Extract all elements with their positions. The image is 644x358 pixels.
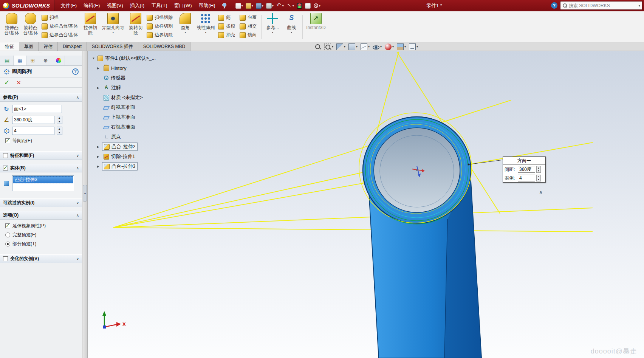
section-header-options[interactable]: 选项(O) ∧ <box>0 211 82 220</box>
open-button[interactable]: ▾ <box>245 3 254 9</box>
featuremanager-tab-tab[interactable]: ▤ <box>1 56 14 65</box>
apply-scene-button[interactable]: ▾ <box>397 43 406 50</box>
dropdown-caret-icon[interactable]: ▾ <box>380 45 382 48</box>
tree-item[interactable]: 前视基准面 <box>91 102 156 112</box>
option-radio[interactable] <box>5 242 10 246</box>
chevron-up-icon[interactable]: ∧ <box>76 213 79 217</box>
dropdown-caret-icon[interactable]: ▾ <box>416 45 418 48</box>
dropdown-caret-icon[interactable]: ▾ <box>272 31 273 34</box>
menu-insert[interactable]: 插入(I) <box>127 0 148 11</box>
boundary-boss-base-button[interactable]: 边界凸台/基体 <box>42 31 78 39</box>
hide-show-items-button[interactable]: ▾ <box>373 44 382 50</box>
select-button[interactable]: ▾ <box>286 3 295 9</box>
tree-item[interactable]: 原点 <box>91 132 156 142</box>
view-orientation-button[interactable]: ▾ <box>348 43 358 50</box>
tree-item[interactable]: ▶凸台-拉伸2 <box>91 142 156 152</box>
menu-window[interactable]: 窗口(W) <box>171 0 195 11</box>
undo-button[interactable]: ▾ <box>276 3 285 9</box>
help-icon[interactable]: ? <box>551 2 557 9</box>
expand-arrow-icon[interactable]: ▶ <box>96 86 100 90</box>
tab-features[interactable]: 特征 <box>0 42 19 51</box>
dropdown-caret-icon[interactable]: ▾ <box>344 45 345 48</box>
dimxpertmanager-tab-tab[interactable]: ⊕ <box>39 56 52 65</box>
expand-arrow-icon[interactable]: ▶ <box>96 165 100 168</box>
help-button[interactable]: ? <box>72 68 79 75</box>
instant3d-button[interactable]: Instant3D <box>304 12 327 42</box>
hole-wizard-button[interactable]: 异型孔向导▾ <box>100 12 126 42</box>
callout-spinner[interactable]: ▲▼ <box>536 175 541 181</box>
menu-tools[interactable]: 工具(T) <box>148 0 171 11</box>
bodies-checkbox[interactable] <box>3 166 8 170</box>
swept-boss-base-button[interactable]: 扫描 <box>42 14 78 21</box>
dropdown-caret-icon[interactable]: ▾ <box>392 45 394 48</box>
rebuild-button[interactable] <box>296 3 303 9</box>
callout-value-input[interactable] <box>518 166 535 173</box>
search-dropdown-caret[interactable]: ▾ <box>638 4 640 8</box>
expand-arrow-icon[interactable]: ▶ <box>96 145 100 149</box>
section-header-varied-instances[interactable]: 变化的实例(V) ∨ <box>0 254 82 263</box>
dropdown-caret-icon[interactable]: ▾ <box>332 45 333 48</box>
tree-item[interactable]: 传感器 <box>91 73 156 83</box>
collapse-arrow-icon[interactable]: ▼ <box>91 57 96 60</box>
angle-spinner[interactable]: ▲▼ <box>57 116 62 124</box>
graphics-viewport[interactable]: X ▼ 零件1 (默认<<默认>_... ▶History传感器▶注解材质 <未… <box>88 51 644 358</box>
configurationmanager-tab-tab[interactable]: ⊞ <box>26 56 39 65</box>
equal-spacing-checkbox[interactable] <box>5 138 10 143</box>
dropdown-caret-icon[interactable]: ▾ <box>291 31 292 34</box>
dropdown-caret-icon[interactable]: ▾ <box>112 31 114 34</box>
tree-item[interactable]: ▶注解 <box>91 83 156 93</box>
pattern-axis-input[interactable] <box>12 105 62 113</box>
chevron-down-icon[interactable]: ∨ <box>76 201 79 205</box>
wrap-button[interactable]: 包覆 <box>240 14 257 21</box>
menu-file[interactable]: 文件(F) <box>57 0 80 11</box>
fillet-button[interactable]: 圆角▾ <box>176 12 195 42</box>
search-input[interactable] <box>569 3 638 8</box>
dropdown-caret-icon[interactable]: ▾ <box>184 31 186 34</box>
menu-view[interactable]: 视图(V) <box>103 0 126 11</box>
section-header-bodies[interactable]: 实体(B) ∧ <box>0 164 82 172</box>
pin-icon[interactable] <box>222 3 226 9</box>
tree-item[interactable]: ▶凸台-拉伸3 <box>91 161 156 171</box>
tree-item[interactable]: 右视基准面 <box>91 122 156 132</box>
chevron-up-icon[interactable]: ∧ <box>76 95 79 99</box>
panel-splitter-dots[interactable]: ⋯ <box>0 51 82 56</box>
tab-sketch[interactable]: 草图 <box>19 42 39 51</box>
revolved-boss-base-button[interactable]: 旋转凸台/基体 <box>21 12 40 42</box>
varied-instances-checkbox[interactable] <box>3 256 8 261</box>
features-faces-checkbox[interactable] <box>3 153 8 158</box>
selected-body-item[interactable]: 凸台-拉伸3 <box>13 176 73 183</box>
tree-item[interactable]: ▶切除-拉伸1 <box>91 152 156 161</box>
view-settings-button[interactable]: ▾ <box>409 43 418 50</box>
tree-item[interactable]: ▶History <box>91 63 156 73</box>
part-body[interactable] <box>363 117 481 358</box>
swept-cut-button[interactable]: 扫描切除 <box>147 14 173 21</box>
section-header-parameters[interactable]: 参数(P) ∧ <box>0 93 82 102</box>
menu-help[interactable]: 帮助(H) <box>195 0 219 11</box>
propertymanager-tab-tab[interactable]: ▦ <box>14 56 26 65</box>
revolved-cut-button[interactable]: 旋转切除 <box>126 12 145 42</box>
section-header-skip-instances[interactable]: 可跳过的实例(I) ∨ <box>0 198 82 207</box>
displaymanager-tab-tab[interactable] <box>52 56 65 65</box>
chevron-down-icon[interactable]: ∨ <box>76 153 79 158</box>
tree-item[interactable]: 上视基准面 <box>91 112 156 122</box>
display-style-button[interactable]: ▾ <box>361 43 370 50</box>
lofted-cut-button[interactable]: 放样切割 <box>147 23 173 30</box>
dropdown-caret-icon[interactable]: ▾ <box>404 45 406 48</box>
intersect-button[interactable]: 相交 <box>240 23 257 30</box>
boundary-cut-button[interactable]: 边界切除 <box>147 31 173 39</box>
section-header-features-faces[interactable]: 特征和面(F) ∨ <box>0 151 82 160</box>
expand-arrow-icon[interactable]: ▶ <box>96 67 100 70</box>
dropdown-caret-icon[interactable]: ▾ <box>368 45 370 48</box>
callout-spinner[interactable]: ▲▼ <box>536 166 541 173</box>
search-box[interactable]: ▾ <box>560 1 642 10</box>
tab-evaluate[interactable]: 评估 <box>39 42 58 51</box>
tab-dimxpert[interactable]: DimXpert <box>58 42 87 51</box>
linear-pattern-button[interactable]: 线性阵列▾ <box>195 12 217 42</box>
instance-count-input[interactable] <box>12 127 54 135</box>
callout-collapse-icon[interactable]: ∧ <box>539 189 543 195</box>
menu-edit[interactable]: 编辑(E) <box>80 0 103 11</box>
dropdown-caret-icon[interactable]: ▾ <box>356 45 358 48</box>
extruded-boss-base-button[interactable]: 拉伸凸台/基体 <box>2 12 21 42</box>
zoom-area-button[interactable]: ▾ <box>324 43 333 50</box>
callout-value-input[interactable] <box>518 175 535 181</box>
